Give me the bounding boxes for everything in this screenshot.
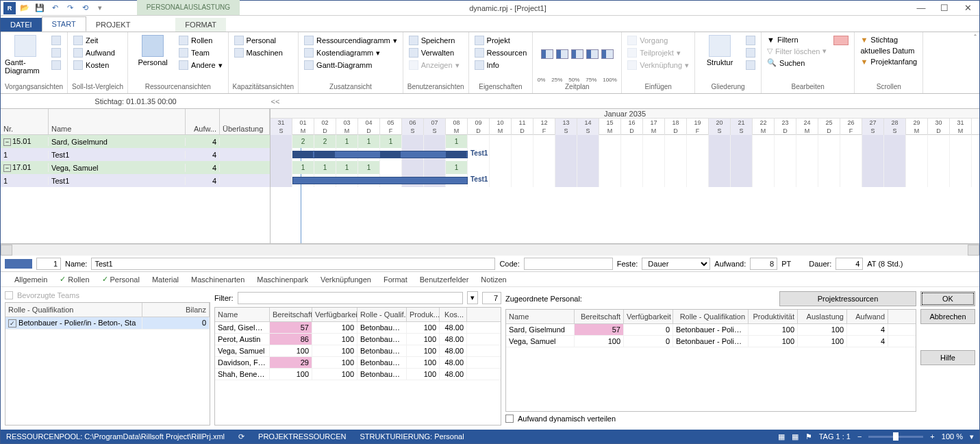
teilprojekt-button[interactable]: Teilprojekt ▾ (626, 47, 690, 58)
ressourcen-prop-button[interactable]: Ressourcen (473, 47, 529, 58)
kap-personal-button[interactable]: Personal (233, 35, 284, 46)
day-19[interactable]: 19 (687, 119, 709, 127)
day-08[interactable]: 08 (446, 119, 468, 127)
timeline-scroll-left[interactable]: << (271, 97, 280, 106)
ressourcendiagramm-button[interactable]: Ressourcendiagramm ▾ (303, 35, 399, 46)
ok-button[interactable]: OK (920, 291, 975, 306)
day-03[interactable]: 03 (336, 119, 358, 127)
day-21[interactable]: 21 (731, 119, 753, 127)
status-refresh-icon[interactable]: ⟳ (238, 432, 244, 441)
subtab-verknüpfungen[interactable]: Verknüpfungen (321, 275, 371, 284)
suchen-button[interactable]: 🔍Suchen (766, 58, 828, 68)
col-nr[interactable]: Nr. (1, 109, 49, 134)
zeit-button[interactable]: Zeit (72, 35, 116, 46)
subtab-rollen[interactable]: ✓Rollen (60, 275, 89, 284)
list-item[interactable]: Vega, Samuel100100Betonbauer ...10048.00 (215, 345, 501, 357)
day-09[interactable]: 09 (468, 119, 490, 127)
col-name[interactable]: Name (49, 109, 186, 134)
task-name-input[interactable] (91, 258, 495, 270)
day-17[interactable]: 17 (643, 119, 665, 127)
task-color-swatch[interactable] (5, 259, 32, 269)
hilfe-button[interactable]: Hilfe (920, 350, 975, 365)
struktur-button[interactable]: Struktur (699, 35, 740, 66)
stichtag-scroll-button[interactable]: ▼Stichtag (859, 35, 918, 45)
bevorzugte-teams-checkbox[interactable] (5, 291, 13, 299)
list-item[interactable]: Shah, Benedikt100100Betonbauer ...10048.… (215, 369, 501, 380)
zeitplan-75%[interactable] (586, 49, 599, 59)
gantt-body[interactable]: 221111Test111111Test1 (271, 135, 979, 243)
aufwand-input[interactable] (750, 258, 777, 270)
subtab-notizen[interactable]: Notizen (481, 275, 506, 284)
day-04[interactable]: 04 (358, 119, 380, 127)
ribbon-collapse-icon[interactable]: ˆ (974, 34, 977, 42)
table-row[interactable]: −15.01Sard, Giselmund4 (1, 135, 270, 148)
minimize-button[interactable]: — (909, 1, 933, 16)
col-ueberlastung[interactable]: Überlastung (220, 109, 270, 134)
list-item[interactable]: Davidson, Frank29100Betonbauer ...10048.… (215, 357, 501, 369)
day-12[interactable]: 12 (533, 119, 555, 127)
projektressourcen-button[interactable]: Projektressourcen (779, 291, 916, 306)
tab-datei[interactable]: DATEI (1, 18, 42, 32)
undo-icon[interactable]: ↶ (49, 2, 61, 14)
subtab-benutzerfelder[interactable]: Benutzerfelder (420, 275, 469, 284)
personal-button[interactable]: Personal (132, 35, 173, 66)
status-icon-2[interactable]: ▦ (792, 432, 799, 441)
table-row[interactable]: −17.01Vega, Samuel4 (1, 161, 270, 174)
expand-icon[interactable]: − (3, 164, 11, 172)
role-checkbox[interactable] (8, 319, 16, 328)
gantt-diagramm-button[interactable]: Gantt-Diagramm (5, 35, 46, 75)
gl-small-3[interactable] (744, 60, 757, 71)
maximize-button[interactable]: ☐ (933, 1, 956, 16)
list-item[interactable]: Perot, Austin86100Betonbauer ...10048.00 (215, 334, 501, 345)
task-bar[interactable] (292, 177, 468, 184)
day-26[interactable]: 26 (840, 119, 862, 127)
day-15[interactable]: 15 (599, 119, 621, 127)
subtab-personal[interactable]: ✓Personal (102, 275, 140, 284)
zoom-in-button[interactable]: + (930, 432, 934, 441)
list-item[interactable]: Vega, Samuel1000Betonbauer - Polier...10… (506, 336, 916, 347)
view-small-1[interactable] (50, 35, 62, 46)
zeitplan-100%[interactable] (601, 49, 614, 59)
scroll-left-button[interactable] (1, 245, 12, 256)
kap-maschinen-button[interactable]: Maschinen (233, 47, 284, 58)
day-31[interactable]: 31 (950, 119, 972, 127)
projektanfang-button[interactable]: ▼Projektanfang (859, 57, 918, 66)
subtab-maschinenpark[interactable]: Maschinenpark (257, 275, 308, 284)
list-item[interactable]: Sard, Giselmund570Betonbauer - Polier...… (506, 324, 916, 336)
subtab-maschinenarten[interactable]: Maschinenarten (191, 275, 244, 284)
day-22[interactable]: 22 (753, 119, 775, 127)
verknuepfung-button[interactable]: Verknüpfung ▾ (626, 60, 690, 71)
redo-icon[interactable]: ↷ (64, 2, 76, 14)
table-row[interactable]: 1Test14 (1, 174, 270, 187)
refresh-icon[interactable]: ⟲ (79, 2, 91, 14)
filter-input[interactable] (238, 292, 464, 304)
gantt-row[interactable]: Test1 (271, 148, 979, 161)
zeitplan-0%[interactable] (541, 49, 553, 59)
task-id-input[interactable] (36, 258, 61, 270)
day-01[interactable]: 01 (292, 119, 314, 127)
day-13[interactable]: 13 (555, 119, 577, 127)
filter-count[interactable] (482, 292, 501, 304)
list-item[interactable]: Sard, Giselmund57100Betonbauer ...10048.… (215, 322, 501, 334)
aktuelles-datum-button[interactable]: aktuelles Datum (859, 46, 918, 56)
speichern-button[interactable]: Speichern (407, 35, 461, 46)
rollen-button[interactable]: Rollen (177, 35, 223, 46)
day-05[interactable]: 05 (380, 119, 402, 127)
view-small-2[interactable] (50, 47, 62, 58)
vorgang-button[interactable]: Vorgang (626, 35, 690, 46)
gantt-row[interactable]: 11111 (271, 161, 979, 174)
day-06[interactable]: 06 (402, 119, 424, 127)
list-item[interactable]: Betonbauer - Polier/in - Beton-, Sta0 (5, 317, 210, 330)
subtab-format[interactable]: Format (384, 275, 407, 284)
day-28[interactable]: 28 (884, 119, 906, 127)
day-16[interactable]: 16 (621, 119, 643, 127)
zoom-slider[interactable] (868, 436, 923, 438)
save-icon[interactable]: 💾 (34, 2, 46, 14)
subtab-material[interactable]: Material (152, 275, 179, 284)
tab-format[interactable]: FORMAT (175, 18, 226, 32)
day-23[interactable]: 23 (775, 119, 796, 127)
tab-start[interactable]: START (42, 16, 86, 32)
dauer-input[interactable] (835, 258, 863, 270)
tab-projekt[interactable]: PROJEKT (86, 18, 140, 32)
zeitplan-25%[interactable] (556, 49, 568, 59)
